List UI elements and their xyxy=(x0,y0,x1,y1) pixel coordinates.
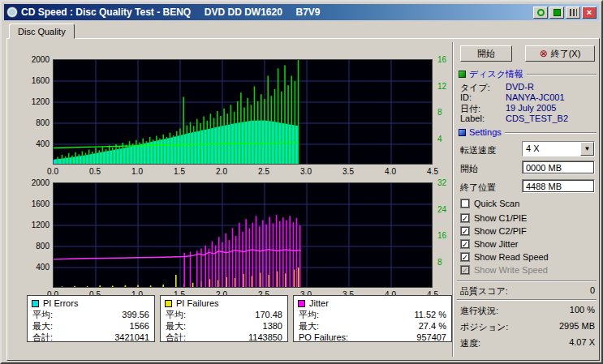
quality-score-row: 品質スコア:0 xyxy=(460,285,595,297)
exit-icon: ⊗ xyxy=(540,49,548,58)
pi-errors-chart: 200016001200800400 161284 0.00.51.01.52.… xyxy=(7,59,459,178)
pi-errors-y-axis: 200016001200800400 xyxy=(15,59,51,165)
tab-disc-quality[interactable]: Disc Quality xyxy=(9,24,75,39)
speed-select-label: 転送速度 xyxy=(460,144,496,156)
pi-failures-chart: 200016001200800400 3224168 0.00.51.01.52… xyxy=(7,182,459,301)
save-button[interactable] xyxy=(549,6,564,19)
end-position-input[interactable] xyxy=(522,179,595,193)
stat-row: 平均:11.52 % xyxy=(294,309,451,320)
show-write-speed-checkbox: ✓Show Write Speed xyxy=(460,264,548,276)
show-read-speed-checkbox[interactable]: ✓Show Read Speed xyxy=(460,251,549,263)
pi-errors-legend-swatch xyxy=(32,300,39,307)
jitter-box-title: Jitter xyxy=(309,298,329,308)
close-icon: × xyxy=(587,8,592,17)
start-button[interactable]: 開始 xyxy=(460,45,512,62)
disc-icon xyxy=(537,9,545,16)
titlebar[interactable]: CD Speed : Disc Quality Test - BENQ DVD … xyxy=(4,4,599,20)
position-row: ポジション:2995 MB xyxy=(460,321,595,332)
settings-icon xyxy=(459,129,466,136)
disc-id-row: ID:NANYA-JC001 xyxy=(455,92,598,103)
disc-label-row: Label:CDS_TEST_B2 xyxy=(455,113,598,124)
disc-type-row: タイプ:DVD-R xyxy=(455,82,598,92)
stat-row: 合計:1143850 xyxy=(161,332,287,343)
jitter-stats-box: Jitter 平均:11.52 % 最大:27.4 % PO Failures:… xyxy=(293,295,452,342)
close-button[interactable]: × xyxy=(582,6,597,19)
stat-row: 合計:3421041 xyxy=(28,332,154,343)
stat-row: 平均:170.48 xyxy=(161,309,287,320)
start-position-input[interactable] xyxy=(522,161,595,174)
content-panel: 200016001200800400 161284 0.00.51.01.52.… xyxy=(6,38,600,361)
quick-scan-checkbox[interactable]: Quick Scan xyxy=(460,198,519,209)
pi-failures-box-title: PI Failures xyxy=(176,298,219,308)
progress-row: 進行状況:100 % xyxy=(460,305,595,316)
window-title: CD Speed : Disc Quality Test - BENQ DVD … xyxy=(21,6,530,18)
scan-speed-row: 速度:4.07 X xyxy=(460,337,595,349)
stat-row: 最大:1566 xyxy=(28,320,154,332)
show-jitter-checkbox[interactable]: ✓Show Jitter xyxy=(460,238,518,250)
stat-row: 平均:399.56 xyxy=(28,309,154,320)
disc-info-icon xyxy=(459,71,466,78)
pi-failures-legend-swatch xyxy=(165,300,172,307)
speed-select[interactable]: 4 X ▼ xyxy=(522,141,595,156)
exit-button[interactable]: ⊗ 終了(X) xyxy=(525,45,595,62)
pi-errors-box-title: PI Errors xyxy=(43,298,78,308)
pi-errors-stats-box: PI Errors 平均:399.56 最大:1566 合計:3421041 xyxy=(27,295,155,342)
show-c2-pif-checkbox[interactable]: ✓Show C2/PIF xyxy=(460,225,527,237)
pi-errors-plot xyxy=(53,59,433,165)
pi-failures-plot xyxy=(53,182,433,288)
settings-header: Settings xyxy=(459,127,597,137)
disc-info-header: ディスク情報 xyxy=(459,68,597,80)
capture-button[interactable] xyxy=(533,6,548,19)
floppy-icon xyxy=(553,9,561,16)
stat-row: PO Failures:957407 xyxy=(294,332,451,343)
show-c1-pie-checkbox[interactable]: ✓Show C1/PIE xyxy=(460,212,527,224)
jitter-legend-swatch xyxy=(298,300,305,307)
pi-failures-y-axis: 200016001200800400 xyxy=(15,182,51,288)
disc-date-row: 日付:19 July 2005 xyxy=(455,103,598,113)
chevron-down-icon[interactable]: ▼ xyxy=(580,142,594,156)
start-position-label: 開始 xyxy=(460,163,478,175)
pi-failures-stats-box: PI Failures 平均:170.48 最大:1380 合計:1143850 xyxy=(160,295,288,342)
pi-errors-x-axis: 0.00.51.01.52.02.53.03.54.04.5 xyxy=(53,167,434,177)
app-icon xyxy=(6,6,18,18)
stat-row: 最大:27.4 % xyxy=(294,320,451,332)
separator xyxy=(457,299,597,301)
sidebar-divider xyxy=(452,42,454,357)
sidebar: 開始 ⊗ 終了(X) ディスク情報 タイプ:DVD-R ID:NANYA-JC0… xyxy=(455,39,598,360)
bars-icon xyxy=(570,9,577,16)
speed-select-value: 4 X xyxy=(526,143,540,153)
minimize-button[interactable] xyxy=(566,6,580,19)
app-window: CD Speed : Disc Quality Test - BENQ DVD … xyxy=(0,0,603,364)
stat-row: 最大:1380 xyxy=(161,320,287,332)
separator xyxy=(457,280,597,282)
end-position-label: 終了位置 xyxy=(460,182,496,194)
